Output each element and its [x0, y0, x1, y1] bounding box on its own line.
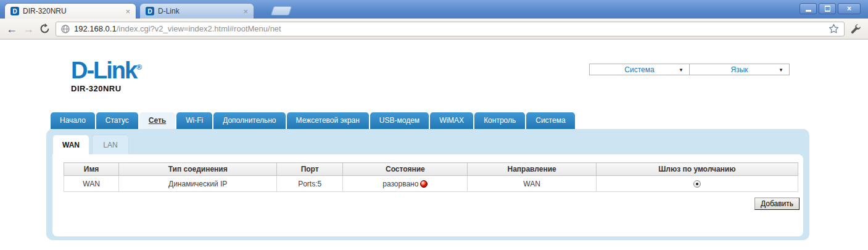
url-path: /index.cgi?v2_view=index2.html#rootMenu/… [117, 24, 281, 33]
window-controls: × [800, 3, 861, 14]
browser-window: { "browser": { "tabs": [ { "title": "DIR… [0, 0, 868, 250]
cell-name: WAN [64, 176, 119, 192]
chevron-down-icon: ▼ [779, 67, 783, 73]
col-default-gateway: Шлюз по умолчанию [596, 163, 798, 176]
main-nav-tabs: Начало Статус Сеть Wi-Fi Дополнительно М… [51, 112, 575, 129]
browser-toolbar: ← → 192.168.0.1/index.cgi?v2_view=index2… [0, 19, 868, 40]
cell-port: Ports:5 [277, 176, 343, 192]
menu-language-label: Язык [730, 65, 748, 74]
new-tab-button[interactable] [271, 6, 292, 15]
tab-close-icon[interactable]: × [125, 7, 130, 15]
forward-icon: → [23, 23, 34, 35]
close-button[interactable]: × [838, 3, 861, 14]
bookmark-star-icon[interactable] [829, 23, 839, 34]
cell-state: разорвано [343, 176, 468, 192]
restore-icon [825, 6, 830, 11]
add-button[interactable]: Добавить [754, 198, 800, 210]
tab-close-icon[interactable]: × [243, 7, 248, 15]
tab-status[interactable]: Статус [96, 112, 138, 129]
back-icon[interactable]: ← [6, 23, 17, 35]
col-state: Состояние [343, 163, 468, 176]
col-connection-type: Тип соединения [119, 163, 277, 176]
tab-sistema[interactable]: Система [526, 112, 574, 129]
menu-system-label: Система [624, 65, 654, 74]
wan-content: Имя Тип соединения Порт Состояние Направ… [52, 154, 803, 236]
browser-titlebar: D DIR-320NRU × D D-Link × × [0, 0, 868, 19]
browser-tab-title: D-Link [158, 7, 239, 15]
device-model: DIR-320NRU [71, 84, 142, 93]
table-row[interactable]: WAN Динамический IP Ports:5 разорвано WA… [64, 176, 798, 192]
network-panel: WAN LAN Имя Тип соединения Порт Состояни… [46, 129, 809, 240]
router-admin-page: D-Link® DIR-320NRU Система ▼ Язык ▼ Нача… [0, 40, 868, 250]
dlink-favicon-icon: D [10, 7, 19, 15]
brand-name: D-Link [71, 57, 136, 83]
col-direction: Направление [468, 163, 596, 176]
cell-connection-type: Динамический IP [119, 176, 277, 192]
restore-button[interactable] [819, 3, 836, 14]
tab-lan[interactable]: LAN [92, 135, 129, 155]
cell-direction: WAN [468, 176, 596, 192]
cell-default-gateway [596, 176, 798, 192]
address-bar[interactable]: 192.168.0.1/index.cgi?v2_view=index2.htm… [56, 22, 845, 36]
site-globe-icon [61, 25, 70, 33]
menu-system[interactable]: Система ▼ [589, 64, 690, 75]
tab-wan[interactable]: WAN [52, 135, 89, 155]
col-port: Порт [277, 163, 343, 176]
status-led-red-icon [420, 180, 428, 188]
tab-firewall[interactable]: Межсетевой экран [287, 112, 369, 129]
tab-wimax[interactable]: WiMAX [430, 112, 473, 129]
tab-dopolnitelno[interactable]: Дополнительно [213, 112, 285, 129]
reload-icon[interactable] [39, 23, 50, 34]
sub-tabs: WAN LAN [52, 135, 129, 155]
close-icon: × [847, 4, 851, 13]
minimize-button[interactable] [800, 3, 817, 14]
table-header-row: Имя Тип соединения Порт Состояние Направ… [64, 163, 798, 176]
state-label: разорвано [382, 180, 418, 188]
url-text[interactable]: 192.168.0.1/index.cgi?v2_view=index2.htm… [74, 24, 281, 33]
tab-nachalo[interactable]: Начало [51, 112, 95, 129]
tab-set-network[interactable]: Сеть [139, 112, 175, 129]
brand-text: D-Link® [71, 59, 142, 82]
minimize-icon [806, 10, 811, 12]
dlink-logo: D-Link® DIR-320NRU [71, 59, 142, 93]
menu-language[interactable]: Язык ▼ [689, 64, 790, 75]
registered-mark: ® [136, 63, 142, 72]
wrench-menu-icon[interactable] [850, 23, 862, 35]
tab-wifi[interactable]: Wi-Fi [176, 112, 212, 129]
browser-tab-dlink[interactable]: D D-Link × [140, 4, 254, 19]
tab-usb-modem[interactable]: USB-модем [370, 112, 429, 129]
default-gateway-radio[interactable] [693, 180, 701, 188]
chevron-down-icon: ▼ [679, 67, 684, 73]
browser-tab-dir320nru[interactable]: D DIR-320NRU × [5, 4, 136, 19]
tab-kontrol[interactable]: Контроль [474, 112, 525, 129]
browser-tab-title: DIR-320NRU [23, 7, 122, 15]
col-name: Имя [64, 163, 119, 176]
dlink-favicon-icon: D [146, 7, 154, 15]
connections-table: Имя Тип соединения Порт Состояние Направ… [64, 162, 798, 192]
top-menus: Система ▼ Язык ▼ [589, 64, 790, 75]
url-host: 192.168.0.1 [74, 24, 117, 33]
